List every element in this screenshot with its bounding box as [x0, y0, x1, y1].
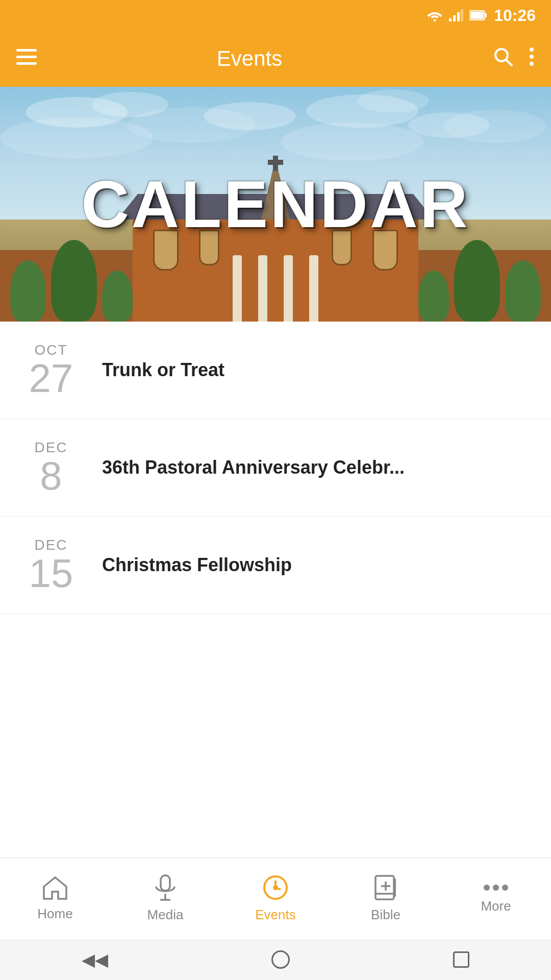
event-title-3: Christmas Fellowship — [102, 554, 531, 576]
android-home-button[interactable] — [271, 950, 290, 969]
svg-rect-7 — [485, 13, 487, 17]
nav-label-events: Events — [255, 907, 296, 923]
svg-rect-6 — [470, 12, 484, 19]
svg-rect-4 — [461, 9, 463, 21]
overflow-menu-icon[interactable] — [529, 46, 535, 71]
more-dots-icon — [483, 883, 509, 894]
nav-item-more[interactable]: More — [441, 883, 551, 914]
svg-rect-16 — [161, 875, 170, 891]
bottom-nav: Home Media Events — [0, 857, 551, 939]
status-icons: 10:26 — [427, 6, 536, 25]
calendar-banner: CALENDAR — [0, 87, 551, 322]
app-bar-title: Events — [6, 46, 493, 71]
svg-line-12 — [506, 60, 512, 66]
svg-point-0 — [434, 19, 436, 22]
battery-icon — [469, 10, 488, 21]
nav-label-bible: Bible — [371, 907, 400, 923]
portico-columns — [224, 250, 327, 322]
app-bar-actions — [493, 46, 535, 71]
event-title-1: Trunk or Treat — [102, 359, 531, 381]
svg-rect-1 — [449, 18, 452, 21]
event-item[interactable]: OCT 27 Trunk or Treat — [0, 322, 551, 419]
event-date-2: DEC 8 — [20, 439, 82, 496]
nav-label-more: More — [481, 898, 511, 914]
search-icon[interactable] — [493, 46, 513, 71]
events-list: OCT 27 Trunk or Treat DEC 8 36th Pastora… — [0, 322, 551, 614]
wifi-icon — [427, 9, 443, 21]
event-day-2: 8 — [40, 456, 62, 496]
event-date-3: DEC 15 — [20, 537, 82, 593]
nav-item-bible[interactable]: Bible — [331, 874, 441, 923]
svg-point-14 — [530, 55, 534, 59]
event-item-3[interactable]: DEC 15 Christmas Fellowship — [0, 517, 551, 614]
trees-right — [418, 240, 551, 322]
event-date-1: OCT 27 — [20, 342, 82, 398]
svg-point-22 — [274, 886, 277, 889]
nav-item-home[interactable]: Home — [0, 875, 110, 922]
home-icon — [42, 875, 68, 902]
svg-point-28 — [484, 885, 490, 891]
mic-icon — [154, 874, 177, 903]
svg-rect-27 — [393, 878, 396, 897]
trees-left — [0, 240, 133, 322]
android-nav-bar: ◀ — [0, 939, 551, 980]
android-recents-button[interactable] — [453, 951, 469, 968]
svg-rect-2 — [453, 15, 456, 21]
event-item-2[interactable]: DEC 8 36th Pastoral Anniversary Celebr..… — [0, 419, 551, 517]
svg-point-15 — [530, 62, 534, 66]
status-time: 10:26 — [494, 6, 536, 25]
signal-icon — [449, 9, 463, 21]
android-back-button[interactable]: ◀ — [82, 949, 108, 970]
nav-item-events[interactable]: Events — [220, 874, 331, 923]
nav-label-home: Home — [37, 906, 72, 922]
svg-point-11 — [495, 49, 508, 61]
app-bar: Events — [0, 31, 551, 87]
bible-icon — [374, 874, 397, 903]
svg-point-13 — [530, 47, 534, 52]
svg-rect-23 — [375, 876, 394, 899]
clock-icon — [262, 874, 289, 903]
event-day-1: 27 — [29, 358, 73, 398]
event-title-2: 36th Pastoral Anniversary Celebr... — [102, 457, 531, 478]
calendar-banner-text: CALENDAR — [81, 166, 469, 242]
svg-point-29 — [493, 885, 499, 891]
svg-rect-3 — [457, 12, 460, 21]
status-bar: 10:26 — [0, 0, 551, 31]
event-day-3: 15 — [29, 553, 73, 593]
nav-item-media[interactable]: Media — [110, 874, 220, 923]
nav-label-media: Media — [147, 907, 184, 923]
svg-point-30 — [502, 885, 508, 891]
